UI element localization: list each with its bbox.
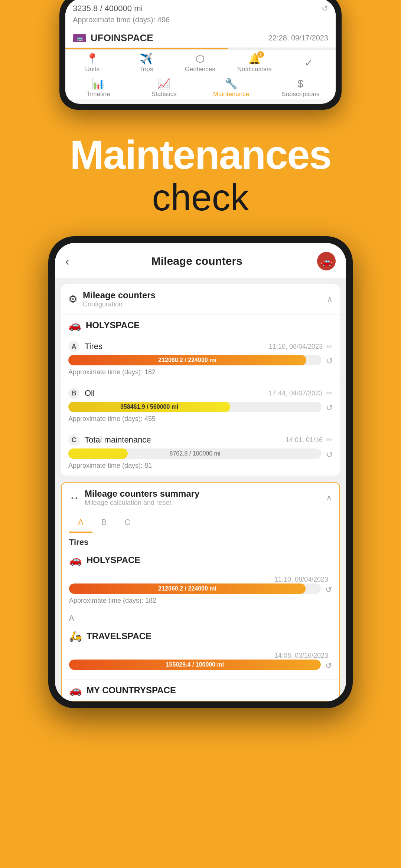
tp-geofences-label: Geofences	[185, 66, 215, 73]
progress-label-oil: 358461.9 / 560000 mi	[120, 404, 179, 410]
maint-date-total: 14:01, 01/16	[286, 436, 323, 444]
maint-progress-tires-wrap: 212060.2 / 224000 mi Approximate time (d…	[68, 355, 333, 376]
tp-maintenance-icon: 🔧	[225, 78, 238, 90]
summary-vehicle-row-holy: 🚗 HOLYSPACE	[62, 549, 339, 571]
summary-progress-bar-travel: 155029.4 / 100000 mi	[69, 660, 321, 670]
maint-name-tires: Tires	[85, 342, 269, 351]
refresh-btn-oil[interactable]: ↺	[326, 403, 333, 413]
maint-name-total: Total maintenance	[85, 435, 286, 445]
section1-icon: ⚙	[68, 293, 78, 305]
tp-units-icon: 📍	[86, 53, 99, 65]
maint-row-oil: B Oil 17:44, 04/07/2023 ✏	[68, 388, 333, 399]
bp-header: ‹ Mileage counters 🚗	[55, 243, 346, 278]
summary-item-travel: 14:08, 03/16/2023 155029.4 / 100000 mi ↺	[62, 647, 339, 679]
bottom-phone-wrapper: ‹ Mileage counters 🚗 ⚙ Mileage counters …	[48, 236, 353, 708]
tp-vehicle-name: UFOINSPACE	[91, 32, 268, 44]
tp-mileage-text: 3235.8 / 400000 mi	[73, 4, 143, 13]
tp-statistics-label: Statistics	[151, 91, 177, 98]
tp-nav-row2: 📊 Timeline 📈 Statistics 🔧 Maintenance $ …	[65, 75, 336, 99]
maint-row-tires: A Tires 11:10, 08/04/2023 ✏	[68, 341, 333, 352]
maint-name-oil: Oil	[85, 388, 269, 398]
tp-vehicle-icon: 🚌	[73, 34, 86, 42]
edit-icon-total[interactable]: ✏	[326, 435, 333, 444]
edit-icon-tires[interactable]: ✏	[326, 342, 333, 351]
summary-vehicle-name-travel: TRAVELSPACE	[87, 631, 151, 641]
tp-vehicle-time: 22:28, 09/17/2023	[268, 34, 328, 42]
tp-nav: 📍 Units ✈️ Trips ⬡ Geofences 🔔	[65, 49, 336, 99]
refresh-btn-travel[interactable]: ↺	[325, 661, 332, 671]
summary-date-holy: 11:10, 08/04/2023	[274, 576, 328, 583]
summary-fill-travel: 155029.4 / 100000 mi	[69, 660, 321, 670]
summary-label-holy: 212060.2 / 224000 mi	[158, 585, 216, 592]
tp-maintenance-label: Maintenance	[213, 91, 249, 98]
summary-progress-bar-holy: 212060.2 / 224000 mi	[69, 583, 321, 594]
tp-nav-subscriptions[interactable]: $ Subscriptions	[281, 78, 319, 98]
section2-header: ↔ Mileage counters summary Mileage calcu…	[62, 483, 339, 513]
bp-car-icon: 🚗	[317, 252, 336, 270]
tp-timeline-label: Timeline	[87, 91, 110, 98]
tp-nav-trips[interactable]: ✈️ Trips	[130, 53, 163, 73]
approx-tires: Approximate time (days): 182	[68, 368, 322, 376]
top-phone: 3235.8 / 400000 mi ↺ Approximate time (d…	[59, 0, 342, 110]
maint-label-b: B	[68, 388, 79, 399]
section1-chevron[interactable]: ∧	[327, 295, 333, 304]
tp-mileage-row: 3235.8 / 400000 mi ↺	[73, 4, 328, 13]
tp-nav-row1: 📍 Units ✈️ Trips ⬡ Geofences 🔔	[65, 50, 336, 75]
tp-approx-text: Approximate time (days): 496	[73, 16, 328, 24]
refresh-btn-total[interactable]: ↺	[326, 450, 333, 460]
tp-statistics-icon: 📈	[157, 78, 170, 90]
tires-category-header: Tires	[62, 533, 339, 549]
top-phone-wrapper: 3235.8 / 400000 mi ↺ Approximate time (d…	[59, 0, 342, 110]
maint-item-total: C Total maintenance 14:01, 01/16 ✏ 8762.…	[61, 429, 340, 476]
tp-notifications-label: Notifications	[237, 66, 272, 73]
tp-nav-geofences[interactable]: ⬡ Geofences	[183, 53, 217, 73]
tp-nav-check[interactable]: ✓	[292, 57, 325, 69]
refresh-btn-holy[interactable]: ↺	[325, 585, 332, 595]
progress-fill-oil: 358461.9 / 560000 mi	[68, 402, 230, 412]
edit-icon-oil[interactable]: ✏	[326, 389, 333, 398]
vehicle-icon-1: 🚗	[68, 319, 81, 331]
summary-vehicle-icon-travel: 🛵	[69, 630, 82, 642]
tp-nav-statistics[interactable]: 📈 Statistics	[147, 78, 181, 98]
summary-progress-travel: 155029.4 / 100000 mi	[69, 660, 321, 673]
vehicle-row-1: 🚗 HOLYSPACE	[61, 315, 340, 336]
back-button[interactable]: ‹	[65, 254, 69, 268]
tp-units-label: Units	[85, 66, 100, 73]
tp-timeline-icon: 📊	[92, 78, 105, 90]
section2-chevron[interactable]: ∧	[326, 493, 332, 503]
maint-progress-tires: 212060.2 / 224000 mi Approximate time (d…	[68, 355, 322, 376]
tp-vehicle-row[interactable]: 🚌 UFOINSPACE 22:28, 09/17/2023	[65, 29, 336, 48]
tab-b[interactable]: B	[92, 513, 116, 533]
maint-item-tires: A Tires 11:10, 08/04/2023 ✏ 212060.2 / 2…	[61, 336, 340, 382]
summary-date-travel: 14:08, 03/16/2023	[274, 652, 328, 660]
summary-vehicle-icon-holy: 🚗	[69, 554, 82, 566]
tab-a[interactable]: A	[69, 513, 92, 533]
maint-row-total: C Total maintenance 14:01, 01/16 ✏	[68, 434, 333, 445]
approx-oil: Approximate time (days): 455	[68, 415, 322, 423]
headline-sub: check	[22, 177, 379, 218]
tab-c[interactable]: C	[115, 513, 139, 533]
summary-progress-holy: 212060.2 / 224000 mi Approximate time (d…	[69, 583, 321, 605]
progress-fill-total	[68, 448, 128, 459]
maint-progress-oil-wrap: 358461.9 / 560000 mi Approximate time (d…	[68, 402, 333, 423]
progress-label-tires: 212060.2 / 224000 mi	[158, 357, 216, 364]
vehicle-name-1: HOLYSPACE	[86, 320, 140, 331]
tp-nav-notifications[interactable]: 🔔 1 Notifications	[237, 53, 272, 73]
summary-vehicle-name-country: MY COUNTRYSPACE	[87, 685, 176, 696]
summary-vehicle-row-country: 🚗 MY COUNTRYSPACE	[62, 679, 339, 701]
tp-nav-maintenance[interactable]: 🔧 Maintenance	[213, 78, 249, 98]
maint-progress-total-wrap: 8762.8 / 100000 mi Approximate time (day…	[68, 448, 333, 470]
tp-geofences-icon: ⬡	[196, 53, 205, 65]
section1-header: ⚙ Mileage counters Configuration ∧	[61, 284, 340, 315]
summary-vehicle-name-holy: HOLYSPACE	[87, 555, 140, 565]
summary-item-holy: 11:10, 08/04/2023 212060.2 / 224000 mi A…	[62, 571, 339, 611]
summary-vehicle-row-travel: 🛵 TRAVELSPACE	[62, 625, 339, 647]
tp-refresh-icon[interactable]: ↺	[322, 4, 328, 13]
sub-label-a: A	[62, 611, 339, 625]
tp-nav-timeline[interactable]: 📊 Timeline	[82, 78, 115, 98]
tp-nav-units[interactable]: 📍 Units	[76, 53, 109, 73]
refresh-btn-tires[interactable]: ↺	[326, 356, 333, 366]
section2-title: Mileage counters summary	[85, 489, 326, 499]
progress-label-total: 8762.8 / 100000 mi	[170, 450, 221, 457]
tp-header: 3235.8 / 400000 mi ↺ Approximate time (d…	[65, 0, 336, 29]
